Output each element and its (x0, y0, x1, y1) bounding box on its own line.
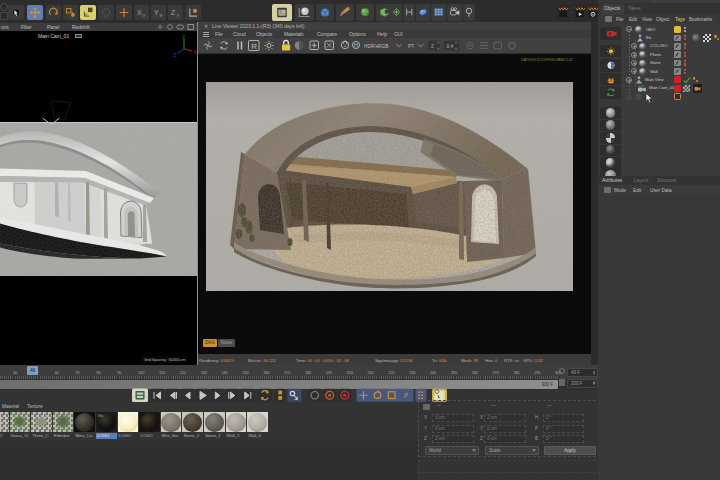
svg-text:Z: Z (171, 9, 175, 16)
svg-text:Y: Y (182, 35, 185, 40)
svg-text:0.4: 0.4 (447, 44, 454, 49)
svg-text:X: X (137, 9, 142, 16)
svg-text:HDR/sRGB: HDR/sRGB (364, 44, 389, 49)
svg-text:Y: Y (154, 9, 159, 16)
svg-text:P: P (404, 391, 408, 398)
svg-text:H: H (354, 42, 358, 48)
svg-text:Z: Z (174, 53, 177, 58)
svg-text:R: R (251, 42, 257, 51)
svg-text:2: 2 (431, 44, 434, 49)
svg-text:PT: PT (408, 44, 414, 49)
